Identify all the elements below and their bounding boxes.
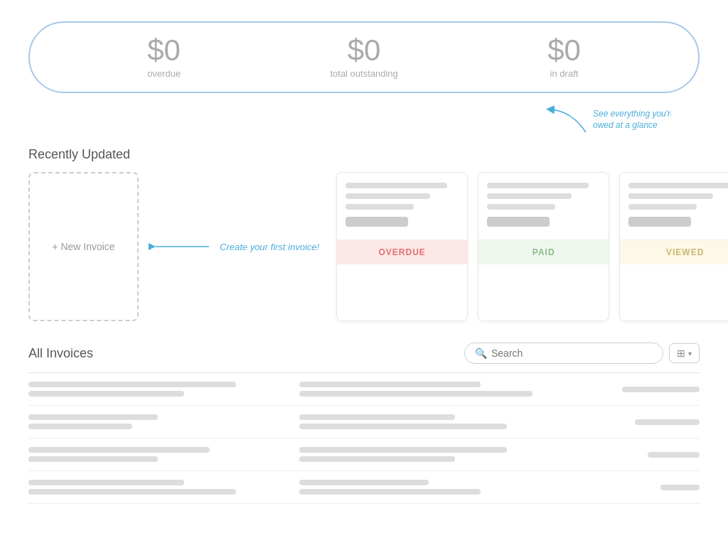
table-row[interactable]	[28, 406, 700, 438]
table-row[interactable]	[28, 438, 700, 471]
ph-line	[28, 456, 158, 462]
row-col-mid	[299, 382, 559, 397]
invoice-card-body-2	[478, 173, 609, 239]
svg-text:See everything you're: See everything you're	[593, 109, 671, 119]
ph-line	[28, 489, 236, 495]
view-toggle-button[interactable]: ⊞ ▾	[669, 343, 700, 363]
summary-in-draft: $0 in draft	[547, 36, 581, 79]
ph-line	[28, 480, 184, 485]
row-col-mid	[299, 447, 559, 462]
ph-line	[28, 414, 158, 420]
new-invoice-callout: Create your first invoice!	[149, 172, 319, 321]
summary-total-outstanding: $0 total outstanding	[330, 36, 397, 79]
invoice-card-body-1	[337, 173, 467, 239]
invoice-card-overdue[interactable]: OVERDUE	[336, 172, 468, 321]
row-col-left	[28, 480, 288, 495]
table-row[interactable]	[28, 471, 700, 504]
ph-line	[299, 456, 455, 462]
ph-line	[299, 480, 429, 485]
annotation-area: See everything you're owed at a glance	[28, 107, 700, 143]
ph-line	[487, 183, 589, 188]
search-icon: 🔍	[475, 348, 487, 359]
ph-line	[299, 424, 507, 429]
ph-amount	[487, 217, 549, 227]
invoice-card-paid[interactable]: PAID	[478, 172, 609, 321]
ph-line	[299, 489, 481, 495]
search-input[interactable]	[491, 348, 653, 359]
row-col-right	[570, 387, 700, 392]
ph-line	[660, 485, 700, 490]
ph-line	[628, 193, 713, 199]
ph-line	[487, 193, 572, 199]
row-col-right	[570, 419, 700, 425]
ph-line	[648, 452, 700, 458]
ph-line	[299, 391, 532, 397]
recently-updated-section: Recently Updated + New Invoice Create yo…	[28, 147, 700, 343]
ph-line	[635, 419, 700, 425]
ph-amount	[628, 217, 690, 227]
overdue-amount: $0	[147, 36, 181, 65]
ph-line	[628, 204, 696, 210]
all-invoices-header: All Invoices 🔍 ⊞ ▾	[28, 343, 700, 364]
search-controls: 🔍 ⊞ ▾	[464, 343, 700, 364]
recently-updated-title: Recently Updated	[28, 147, 700, 162]
ph-line	[487, 204, 555, 210]
total-outstanding-amount: $0	[330, 36, 397, 65]
ph-amount	[346, 217, 407, 227]
ph-line	[28, 447, 210, 453]
invoice-card-viewed-1[interactable]: VIEWED	[619, 172, 728, 321]
annotation-arrow-svg: See everything you're owed at a glance	[529, 104, 671, 139]
grid-icon: ⊞	[677, 348, 685, 359]
ph-line	[346, 183, 447, 188]
row-col-left	[28, 382, 288, 397]
row-col-left	[28, 414, 288, 429]
ph-line	[299, 447, 507, 453]
ph-line	[628, 183, 728, 188]
ph-line	[622, 387, 700, 392]
table-row[interactable]	[28, 373, 700, 406]
row-col-right	[570, 452, 700, 458]
svg-text:owed at a glance: owed at a glance	[593, 120, 658, 130]
invoice-card-body-3	[620, 173, 728, 239]
in-draft-amount: $0	[547, 36, 581, 65]
total-outstanding-label: total outstanding	[330, 68, 397, 79]
invoice-status-viewed-1: VIEWED	[620, 239, 728, 264]
row-col-right	[570, 485, 700, 490]
row-col-mid	[299, 414, 559, 429]
row-col-left	[28, 447, 288, 462]
search-input-wrap[interactable]: 🔍	[464, 343, 663, 364]
invoice-cards-row: + New Invoice Create your first invoice!	[28, 172, 728, 321]
all-invoices-title: All Invoices	[28, 346, 93, 361]
invoice-status-overdue: OVERDUE	[337, 239, 467, 264]
row-col-mid	[299, 480, 559, 495]
ph-line	[299, 414, 455, 420]
all-invoices-section: All Invoices 🔍 ⊞ ▾	[28, 343, 700, 504]
chevron-down-icon: ▾	[688, 350, 692, 357]
summary-bar: $0 overdue $0 total outstanding $0 in dr…	[28, 21, 700, 93]
in-draft-label: in draft	[547, 68, 581, 79]
ph-line	[28, 424, 132, 429]
ph-line	[346, 193, 430, 199]
invoice-status-paid: PAID	[478, 239, 609, 264]
callout-text: Create your first invoice!	[220, 242, 319, 252]
new-invoice-label: + New Invoice	[52, 241, 114, 252]
callout-arrow-svg	[149, 236, 213, 257]
overdue-label: overdue	[147, 68, 181, 79]
ph-line	[28, 382, 236, 387]
ph-line	[299, 382, 481, 387]
new-invoice-card[interactable]: + New Invoice	[28, 172, 139, 321]
ph-line	[346, 204, 413, 210]
ph-line	[28, 391, 184, 397]
summary-overdue: $0 overdue	[147, 36, 181, 79]
invoice-list	[28, 373, 700, 504]
